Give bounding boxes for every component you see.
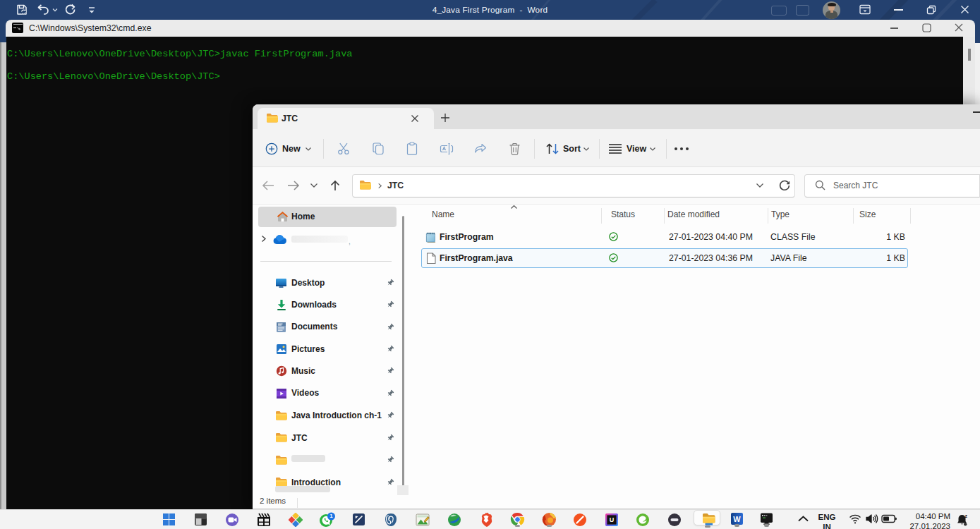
svg-text:W: W bbox=[733, 515, 741, 523]
svg-text:U: U bbox=[610, 516, 615, 523]
svg-text:1: 1 bbox=[329, 513, 333, 519]
svg-text:z: z bbox=[965, 513, 968, 518]
